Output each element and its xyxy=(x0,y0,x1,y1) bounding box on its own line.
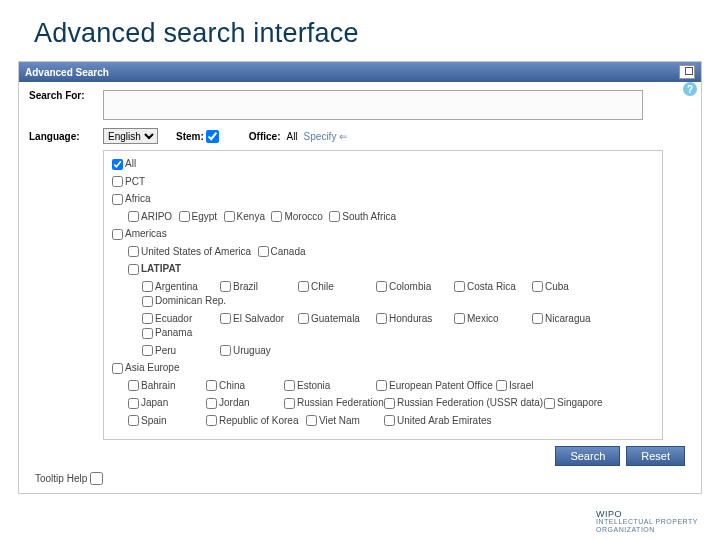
checkbox[interactable] xyxy=(258,246,269,257)
checkbox[interactable] xyxy=(306,415,317,426)
checkbox[interactable] xyxy=(544,398,555,409)
office-item[interactable]: Nicaragua xyxy=(532,312,591,326)
office-item[interactable]: Costa Rica xyxy=(454,280,516,294)
checkbox[interactable] xyxy=(376,281,387,292)
office-item[interactable]: Panama xyxy=(142,326,192,340)
office-latipat[interactable]: LATIPAT xyxy=(128,262,181,276)
office-item[interactable]: Jordan xyxy=(206,396,250,410)
checkbox[interactable] xyxy=(454,313,465,324)
label: Ecuador xyxy=(155,312,192,326)
office-pct[interactable]: PCT xyxy=(112,175,145,189)
checkbox[interactable] xyxy=(496,380,507,391)
checkbox[interactable] xyxy=(284,380,295,391)
checkbox[interactable] xyxy=(284,398,295,409)
checkbox[interactable] xyxy=(128,246,139,257)
office-item[interactable]: United Arab Emirates xyxy=(384,414,492,428)
office-item[interactable]: United States of America xyxy=(128,245,251,259)
office-asia-europe[interactable]: Asia Europe xyxy=(112,361,179,375)
checkbox[interactable] xyxy=(220,313,231,324)
checkbox[interactable] xyxy=(271,211,282,222)
office-all[interactable]: All xyxy=(112,157,136,171)
checkbox[interactable] xyxy=(142,328,153,339)
office-item[interactable]: Egypt xyxy=(179,210,218,224)
office-item[interactable]: Brazil xyxy=(220,280,258,294)
checkbox[interactable] xyxy=(376,380,387,391)
office-item[interactable]: El Salvador xyxy=(220,312,284,326)
office-item[interactable]: European Patent Office xyxy=(376,379,493,393)
checkbox[interactable] xyxy=(298,313,309,324)
checkbox[interactable] xyxy=(128,264,139,275)
office-item[interactable]: Colombia xyxy=(376,280,431,294)
checkbox[interactable] xyxy=(384,415,395,426)
office-africa[interactable]: Africa xyxy=(112,192,151,206)
help-icon[interactable]: ? xyxy=(683,82,697,96)
checkbox[interactable] xyxy=(206,415,217,426)
checkbox[interactable] xyxy=(454,281,465,292)
office-item[interactable]: Israel xyxy=(496,379,533,393)
list-item: All xyxy=(112,157,654,172)
checkbox[interactable] xyxy=(112,363,123,374)
checkbox[interactable] xyxy=(142,345,153,356)
checkbox[interactable] xyxy=(376,313,387,324)
office-item[interactable]: Bahrain xyxy=(128,379,175,393)
office-item[interactable]: Argentina xyxy=(142,280,198,294)
office-item[interactable]: ARIPO xyxy=(128,210,172,224)
checkbox[interactable] xyxy=(128,415,139,426)
checkbox[interactable] xyxy=(532,313,543,324)
asiaeu-row: Japan Jordan Russian Federation Russian … xyxy=(112,396,654,411)
checkbox[interactable] xyxy=(179,211,190,222)
checkbox[interactable] xyxy=(142,313,153,324)
checkbox[interactable] xyxy=(112,194,123,205)
stem-checkbox[interactable] xyxy=(206,130,219,143)
office-item[interactable]: Singapore xyxy=(544,396,603,410)
office-item[interactable]: China xyxy=(206,379,245,393)
office-item[interactable]: Honduras xyxy=(376,312,432,326)
checkbox[interactable] xyxy=(112,176,123,187)
checkbox[interactable] xyxy=(220,345,231,356)
office-item[interactable]: South Africa xyxy=(329,210,396,224)
tooltip-help-checkbox[interactable] xyxy=(90,472,103,485)
office-item[interactable]: Cuba xyxy=(532,280,569,294)
language-select[interactable]: English xyxy=(103,128,158,144)
checkbox[interactable] xyxy=(128,211,139,222)
office-item[interactable]: Chile xyxy=(298,280,334,294)
office-item[interactable]: Russian Federation (USSR data) xyxy=(384,396,543,410)
office-item[interactable]: Russian Federation xyxy=(284,396,384,410)
reset-button[interactable]: Reset xyxy=(626,446,685,466)
specify-link[interactable]: Specify ⇐ xyxy=(304,131,348,142)
office-item[interactable]: Mexico xyxy=(454,312,499,326)
office-item[interactable]: Uruguay xyxy=(220,344,271,358)
checkbox[interactable] xyxy=(112,229,123,240)
office-item[interactable]: Kenya xyxy=(224,210,265,224)
checkbox[interactable] xyxy=(329,211,340,222)
checkbox[interactable] xyxy=(384,398,395,409)
checkbox[interactable] xyxy=(112,159,123,170)
label: Singapore xyxy=(557,396,603,410)
checkbox[interactable] xyxy=(142,296,153,307)
checkbox[interactable] xyxy=(206,398,217,409)
office-item[interactable]: Canada xyxy=(258,245,306,259)
search-input[interactable] xyxy=(103,90,643,120)
office-item[interactable]: Peru xyxy=(142,344,176,358)
office-item[interactable]: Viet Nam xyxy=(306,414,360,428)
checkbox[interactable] xyxy=(298,281,309,292)
checkbox[interactable] xyxy=(220,281,231,292)
office-item[interactable]: Guatemala xyxy=(298,312,360,326)
search-button[interactable]: Search xyxy=(555,446,620,466)
office-americas[interactable]: Americas xyxy=(112,227,167,241)
checkbox[interactable] xyxy=(532,281,543,292)
checkbox[interactable] xyxy=(128,380,139,391)
checkbox[interactable] xyxy=(128,398,139,409)
office-item[interactable]: Estonia xyxy=(284,379,330,393)
checkbox[interactable] xyxy=(206,380,217,391)
office-item[interactable]: Japan xyxy=(128,396,168,410)
office-item[interactable]: Dominican Rep. xyxy=(142,294,226,308)
office-item[interactable]: Republic of Korea xyxy=(206,414,299,428)
office-item[interactable]: Spain xyxy=(128,414,167,428)
office-item[interactable]: Morocco xyxy=(271,210,322,224)
expand-icon[interactable] xyxy=(679,65,695,79)
checkbox[interactable] xyxy=(142,281,153,292)
label: European Patent Office xyxy=(389,379,493,393)
office-item[interactable]: Ecuador xyxy=(142,312,192,326)
checkbox[interactable] xyxy=(224,211,235,222)
